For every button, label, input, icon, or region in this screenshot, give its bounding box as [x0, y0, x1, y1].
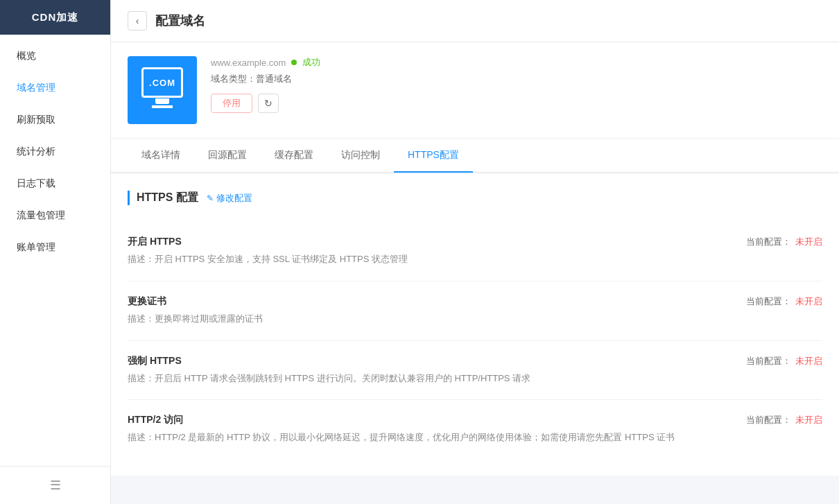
sidebar-item-billing[interactable]: 账单管理 [0, 232, 110, 263]
tab-origin[interactable]: 回源配置 [194, 139, 261, 173]
config-status-3: 当前配置： 未开启 [746, 414, 822, 426]
config-status-val-1: 未开启 [795, 295, 822, 308]
tab-domain-detail[interactable]: 域名详情 [128, 139, 194, 173]
status-text: 成功 [302, 56, 320, 69]
sidebar-item-traffic[interactable]: 流量包管理 [0, 200, 110, 232]
config-item-3: HTTP/2 访问 当前配置： 未开启 描述：HTTP/2 是最新的 HTTP … [128, 400, 822, 459]
config-desc-3: 描述：HTTP/2 是最新的 HTTP 协议，用以最小化网络延迟，提升网络速度，… [128, 431, 682, 445]
config-status-val-2: 未开启 [795, 355, 822, 367]
config-item-1-header: 更换证书 当前配置： 未开启 [128, 295, 822, 308]
config-item-0-header: 开启 HTTPS 当前配置： 未开启 [128, 236, 822, 248]
tab-access[interactable]: 访问控制 [327, 139, 394, 173]
config-status-2: 当前配置： 未开启 [746, 355, 822, 367]
content-area: HTTPS 配置 ✎ 修改配置 开启 HTTPS 当前配置： 未开启 描述：开启… [111, 174, 839, 476]
section-title: HTTPS 配置 [128, 191, 198, 205]
config-name-2: 强制 HTTPS [128, 355, 182, 367]
sidebar-nav: 概览 域名管理 刷新预取 统计分析 日志下载 流量包管理 账单管理 [0, 35, 110, 466]
refresh-button[interactable]: ↻ [258, 94, 279, 113]
config-status-0: 当前配置： 未开启 [746, 236, 822, 248]
domain-type: 域名类型：普通域名 [211, 73, 822, 85]
sidebar-item-refresh[interactable]: 刷新预取 [0, 104, 110, 136]
config-name-3: HTTP/2 访问 [128, 414, 183, 426]
back-button[interactable]: ‹ [128, 11, 147, 31]
domain-info: www.example.com 成功 域名类型：普通域名 停用 ↻ [211, 56, 822, 113]
sidebar-collapse-btn[interactable]: ☰ [0, 466, 110, 504]
domain-card: .COM www.example.com 成功 域名类型：普通域名 停用 ↻ [111, 42, 839, 138]
sidebar-item-overview[interactable]: 概览 [0, 40, 110, 72]
config-item-2: 强制 HTTPS 当前配置： 未开启 描述：开启后 HTTP 请求会强制跳转到 … [128, 341, 822, 401]
config-name-0: 开启 HTTPS [128, 236, 182, 248]
domain-name: www.example.com [211, 58, 286, 68]
page-header: ‹ 配置域名 [111, 0, 839, 42]
edit-icon: ✎ [207, 193, 214, 203]
config-status-1: 当前配置： 未开启 [746, 295, 822, 308]
sidebar-title: CDN加速 [32, 11, 79, 24]
page-title: 配置域名 [155, 12, 205, 29]
domain-name-row: www.example.com 成功 [211, 56, 822, 69]
main-content: ‹ 配置域名 .COM www.example.com 成功 域名类型：普通域名… [111, 0, 839, 504]
config-desc-1: 描述：更换即将过期或泄露的证书 [128, 312, 682, 327]
domain-icon: .COM [128, 56, 197, 124]
config-item-1: 更换证书 当前配置： 未开启 描述：更换即将过期或泄露的证书 [128, 281, 822, 341]
config-status-val-0: 未开启 [795, 236, 822, 248]
disable-button[interactable]: 停用 [211, 94, 252, 113]
com-label: .COM [149, 78, 175, 88]
config-item-2-header: 强制 HTTPS 当前配置： 未开启 [128, 355, 822, 367]
tabs-bar: 域名详情 回源配置 缓存配置 访问控制 HTTPS配置 [111, 139, 839, 173]
sidebar-item-domain[interactable]: 域名管理 [0, 72, 110, 104]
sidebar-item-stats[interactable]: 统计分析 [0, 136, 110, 168]
tab-cache[interactable]: 缓存配置 [261, 139, 327, 173]
sidebar-item-logs[interactable]: 日志下载 [0, 168, 110, 200]
config-status-val-3: 未开启 [795, 414, 822, 426]
sidebar-header: CDN加速 [0, 0, 110, 35]
config-item-3-header: HTTP/2 访问 当前配置： 未开启 [128, 414, 822, 426]
config-item-0: 开启 HTTPS 当前配置： 未开启 描述：开启 HTTPS 安全加速，支持 S… [128, 222, 822, 281]
sidebar: CDN加速 概览 域名管理 刷新预取 统计分析 日志下载 流量包管理 账单管理 … [0, 0, 111, 504]
domain-actions: 停用 ↻ [211, 94, 822, 113]
edit-config-button[interactable]: ✎ 修改配置 [207, 192, 252, 205]
config-desc-2: 描述：开启后 HTTP 请求会强制跳转到 HTTPS 进行访问。关闭时默认兼容用… [128, 372, 682, 386]
config-desc-0: 描述：开启 HTTPS 安全加速，支持 SSL 证书绑定及 HTTPS 状态管理 [128, 252, 682, 267]
section-header: HTTPS 配置 ✎ 修改配置 [128, 191, 822, 205]
tab-https[interactable]: HTTPS配置 [394, 139, 473, 173]
monitor-icon: .COM [141, 67, 183, 98]
status-dot [291, 60, 297, 65]
config-name-1: 更换证书 [128, 295, 166, 308]
